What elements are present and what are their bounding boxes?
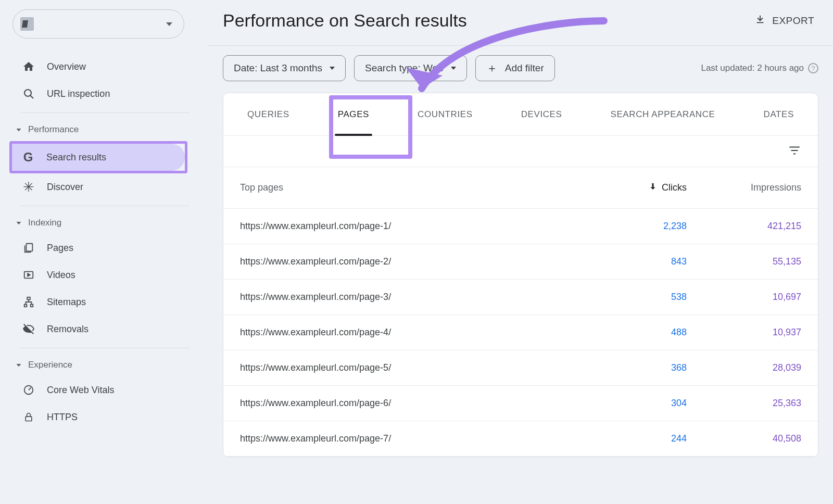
sidebar-item-label: Sitemaps: [47, 297, 86, 308]
property-selector[interactable]: [12, 9, 184, 39]
cell-clicks: 2,238: [583, 221, 687, 232]
table-header: Top pages Clicks Impressions: [223, 167, 818, 209]
col-label: Clicks: [662, 182, 687, 193]
last-updated-text: Last updated: 2 hours ago: [701, 63, 804, 73]
cell-clicks: 843: [583, 256, 687, 267]
sidebar-item-label: Videos: [47, 270, 75, 281]
help-icon[interactable]: ?: [808, 63, 818, 73]
sidebar-item-removals[interactable]: Removals: [12, 316, 197, 343]
sidebar-section-experience[interactable]: Experience: [12, 354, 197, 376]
tab-search-appearance[interactable]: SEARCH APPEARANCE: [610, 93, 715, 136]
export-label: EXPORT: [772, 15, 814, 27]
table-row[interactable]: https://www.exampleurl.com/page-3/53810,…: [223, 280, 818, 315]
cell-url: https://www.exampleurl.com/page-3/: [240, 292, 583, 303]
divider: [20, 348, 190, 348]
home-icon: [22, 60, 35, 73]
col-header-clicks[interactable]: Clicks: [583, 182, 687, 194]
tab-label: PAGES: [338, 109, 369, 120]
discover-icon: ✳: [22, 180, 35, 194]
cell-impressions: 40,508: [687, 433, 801, 444]
cell-impressions: 55,135: [687, 256, 801, 267]
sidebar-item-search-results[interactable]: G Search results: [12, 144, 185, 171]
annotation-highlight-sidebar: G Search results: [9, 141, 187, 173]
search-icon: [22, 87, 35, 100]
sidebar-item-label: Discover: [47, 182, 83, 193]
table-row[interactable]: https://www.exampleurl.com/page-2/84355,…: [223, 244, 818, 280]
date-filter-chip[interactable]: Date: Last 3 months: [223, 55, 346, 81]
lock-icon: [22, 410, 35, 424]
cell-impressions: 28,039: [687, 362, 801, 373]
svg-rect-6: [31, 305, 33, 307]
visibility-off-icon: [22, 322, 35, 336]
download-icon: [754, 14, 766, 28]
chip-label: Add filter: [505, 62, 544, 74]
video-icon: [22, 268, 35, 282]
filter-icon[interactable]: [788, 144, 801, 159]
table-row[interactable]: https://www.exampleurl.com/page-6/30425,…: [223, 386, 818, 421]
sitemap-icon: [22, 295, 35, 309]
col-header-impressions[interactable]: Impressions: [687, 182, 801, 193]
svg-rect-5: [24, 305, 27, 307]
table-row[interactable]: https://www.exampleurl.com/page-1/2,2384…: [223, 209, 818, 244]
sidebar-section-label: Indexing: [28, 218, 61, 228]
sidebar-item-pages[interactable]: Pages: [12, 234, 197, 261]
tab-label: DATES: [764, 109, 794, 120]
tab-queries[interactable]: QUERIES: [247, 93, 289, 136]
tab-label: SEARCH APPEARANCE: [610, 109, 715, 120]
last-updated: Last updated: 2 hours ago ?: [701, 63, 818, 73]
sidebar-item-core-web-vitals[interactable]: Core Web Vitals: [12, 376, 197, 404]
sidebar-item-discover[interactable]: ✳ Discover: [12, 173, 197, 200]
main-content: Performance on Search results EXPORT Dat…: [208, 0, 833, 504]
sidebar-section-indexing[interactable]: Indexing: [12, 211, 197, 234]
svg-line-1: [31, 96, 34, 99]
speed-icon: [22, 383, 35, 397]
cell-clicks: 304: [583, 398, 687, 409]
svg-point-0: [24, 90, 31, 96]
table-row[interactable]: https://www.exampleurl.com/page-5/36828,…: [223, 350, 818, 386]
divider: [20, 206, 190, 206]
sidebar-item-overview[interactable]: Overview: [12, 53, 197, 80]
tab-countries[interactable]: COUNTRIES: [418, 93, 473, 136]
chip-label: Search type: Web: [365, 62, 444, 74]
search-type-filter-chip[interactable]: Search type: Web: [354, 55, 467, 81]
cell-url: https://www.exampleurl.com/page-1/: [240, 221, 583, 232]
sidebar-item-label: Overview: [47, 61, 86, 72]
cell-clicks: 244: [583, 433, 687, 444]
google-g-icon: G: [21, 150, 35, 164]
chevron-down-icon: [166, 22, 172, 26]
sidebar-section-performance[interactable]: Performance: [12, 118, 197, 141]
sidebar-item-label: Removals: [47, 324, 89, 335]
cell-clicks: 368: [583, 362, 687, 373]
sidebar-item-label: URL inspection: [47, 89, 110, 99]
cell-impressions: 10,697: [687, 292, 801, 303]
sidebar-item-videos[interactable]: Videos: [12, 261, 197, 288]
sidebar-section-label: Performance: [28, 124, 79, 135]
cell-url: https://www.exampleurl.com/page-4/: [240, 327, 583, 338]
tab-devices[interactable]: DEVICES: [521, 93, 562, 136]
divider: [20, 112, 190, 113]
col-header-pages: Top pages: [240, 182, 583, 193]
sidebar-item-url-inspection[interactable]: URL inspection: [12, 80, 197, 107]
sidebar: Overview URL inspection Performance G Se…: [0, 0, 208, 504]
cell-impressions: 10,937: [687, 327, 801, 338]
add-filter-button[interactable]: ＋ Add filter: [475, 55, 555, 81]
property-thumb-icon: [20, 17, 34, 31]
sidebar-item-label: Search results: [46, 152, 106, 163]
sidebar-item-label: Core Web Vitals: [47, 385, 114, 396]
cell-url: https://www.exampleurl.com/page-7/: [240, 433, 583, 444]
svg-rect-8: [26, 417, 32, 421]
pages-icon: [22, 241, 35, 255]
chevron-down-icon: [17, 128, 21, 131]
page-title: Performance on Search results: [223, 10, 467, 31]
sidebar-item-label: HTTPS: [47, 412, 78, 423]
tab-pages[interactable]: PAGES: [338, 93, 369, 136]
export-button[interactable]: EXPORT: [754, 14, 818, 28]
table-row[interactable]: https://www.exampleurl.com/page-7/24440,…: [223, 421, 818, 457]
table-row[interactable]: https://www.exampleurl.com/page-4/48810,…: [223, 315, 818, 350]
sidebar-item-https[interactable]: HTTPS: [12, 404, 197, 431]
chevron-down-icon: [330, 67, 335, 70]
tab-label: DEVICES: [521, 109, 562, 120]
divider: [208, 45, 833, 46]
tab-dates[interactable]: DATES: [764, 93, 794, 136]
sidebar-item-sitemaps[interactable]: Sitemaps: [12, 288, 197, 316]
